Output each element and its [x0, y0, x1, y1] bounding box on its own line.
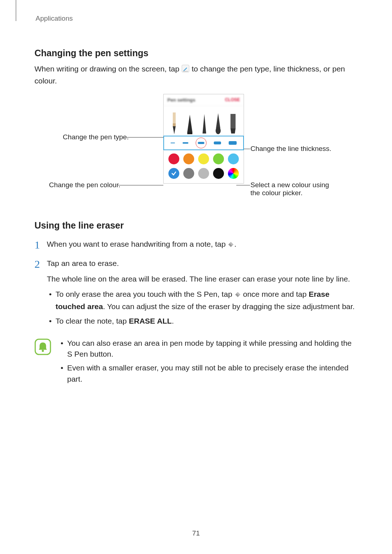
callout-line: [244, 149, 250, 149]
step2-line2: The whole line on the area will be erase…: [47, 274, 358, 284]
step2-line1: Tap an area to erase.: [47, 258, 358, 269]
step2-bullet-2: To clear the note, tap ERASE ALL.: [47, 316, 358, 327]
colour-swatch[interactable]: [198, 153, 209, 164]
colour-picker-swatch[interactable]: [228, 168, 239, 179]
note-item-1: You can also erase an area in pen mode b…: [58, 338, 358, 360]
step-number: 2: [34, 258, 47, 270]
note-item-2: Even with a smaller eraser, you may stil…: [58, 362, 358, 385]
pen-fine-icon: [200, 112, 208, 136]
panel-title: Pen settings: [167, 97, 195, 103]
colour-swatch-selected[interactable]: [168, 168, 179, 179]
intro-text-before: When writing or drawing on the screen, t…: [34, 65, 181, 73]
heading-pen-settings: Changing the pen settings: [34, 48, 358, 58]
step-1: 1 When you want to erase handwriting fro…: [34, 239, 358, 251]
panel-close[interactable]: CLOSE: [225, 97, 240, 103]
note-box: You can also erase an area in pen mode b…: [34, 338, 358, 388]
bullet-text: . You can adjust the size of the eraser …: [103, 302, 355, 311]
pen-settings-figure: Change the pen type. Change the pen colo…: [34, 94, 358, 206]
svg-rect-10: [230, 114, 236, 128]
heading-line-eraser: Using the line eraser: [34, 220, 358, 231]
callout-line: [125, 137, 163, 138]
colour-swatch[interactable]: [213, 153, 224, 164]
pen-type-row[interactable]: [164, 106, 244, 136]
eraser-icon: [234, 290, 241, 301]
step-number: 1: [34, 239, 47, 251]
colour-swatch[interactable]: [183, 168, 194, 179]
callout-line: [236, 185, 250, 185]
svg-marker-5: [187, 115, 192, 132]
callout-line: [118, 185, 163, 185]
bullet-bold: ERASE ALL: [129, 317, 172, 325]
pen-marker-icon: [228, 112, 238, 136]
thickness-2[interactable]: [183, 142, 188, 144]
step-2: 2 Tap an area to erase. The whole line o…: [34, 258, 358, 330]
bullet-text: To only erase the area you touch with th…: [56, 290, 234, 298]
thickness-5[interactable]: [229, 141, 237, 145]
pen-calligraphy-icon: [185, 112, 195, 136]
svg-marker-8: [216, 113, 220, 128]
thickness-3-selected[interactable]: [196, 138, 207, 148]
colour-grid[interactable]: [164, 150, 244, 183]
svg-marker-11: [230, 128, 236, 134]
step1-text-after: .: [234, 240, 236, 248]
intro-paragraph: When writing or drawing on the screen, t…: [34, 63, 358, 87]
callout-thickness: Change the line thickness.: [250, 145, 331, 153]
colour-swatch[interactable]: [198, 168, 209, 179]
eraser-icon: [228, 240, 234, 251]
svg-rect-2: [173, 112, 176, 123]
step2-bullet-1: To only erase the area you touch with th…: [47, 289, 358, 312]
svg-rect-3: [173, 123, 176, 126]
bullet-text: To clear the note, tap: [56, 317, 129, 325]
pen-settings-panel: Pen settings CLOSE: [163, 94, 244, 184]
svg-marker-4: [173, 126, 176, 134]
header-category: Applications: [36, 15, 358, 22]
colour-swatch[interactable]: [183, 153, 194, 164]
bullet-text: .: [172, 317, 174, 325]
step1-text-before: When you want to erase handwriting from …: [47, 240, 228, 248]
bullet-text: once more and tap: [243, 290, 309, 298]
colour-swatch[interactable]: [213, 168, 224, 179]
callout-pen-colour: Change the pen colour.: [49, 181, 121, 189]
pen-fountain-icon: [170, 112, 179, 136]
svg-point-9: [216, 127, 221, 134]
callout-pen-type: Change the pen type.: [63, 133, 129, 141]
callout-picker: Select a new colour using the colour pic…: [250, 181, 338, 197]
header-rule: [16, 0, 16, 21]
note-bell-icon: [34, 338, 51, 355]
colour-swatch[interactable]: [228, 153, 239, 164]
pen-settings-icon: [181, 65, 189, 75]
checkmark-icon: [171, 171, 177, 176]
page-number: 71: [0, 529, 392, 537]
svg-point-17: [42, 350, 44, 352]
thickness-row[interactable]: [163, 136, 244, 150]
panel-header: Pen settings CLOSE: [164, 94, 244, 106]
thickness-4[interactable]: [214, 141, 221, 144]
svg-marker-7: [203, 114, 206, 134]
thickness-1[interactable]: [171, 143, 175, 143]
colour-swatch[interactable]: [168, 153, 179, 164]
svg-rect-6: [187, 132, 192, 134]
pen-brush-icon: [214, 112, 222, 136]
